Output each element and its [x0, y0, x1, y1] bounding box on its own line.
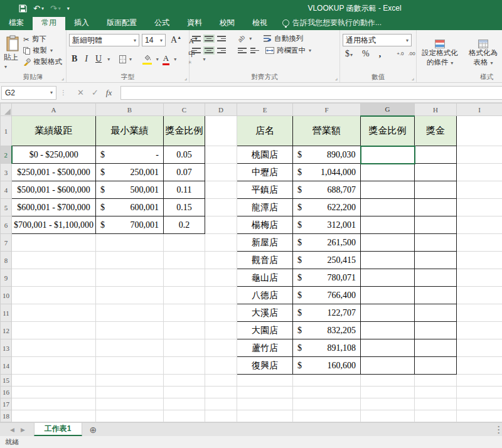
- cell-B6[interactable]: $700,001: [96, 216, 164, 234]
- conditional-formatting-button[interactable]: 設定格式化的條件 ▾: [419, 34, 461, 72]
- cell-G10[interactable]: [361, 287, 415, 304]
- cell-E4[interactable]: 平鎮店: [237, 181, 293, 199]
- cell-B3[interactable]: $250,001: [96, 164, 164, 181]
- cell-D14[interactable]: [205, 357, 237, 375]
- cell-D16[interactable]: [205, 387, 237, 398]
- cell-E5[interactable]: 龍潭店: [237, 199, 293, 216]
- cell-E11[interactable]: 大溪店: [237, 304, 293, 322]
- cancel-button[interactable]: ✕: [77, 88, 84, 97]
- cell-B15[interactable]: [96, 375, 164, 387]
- cell-B5[interactable]: $600,001: [96, 199, 164, 216]
- cell-B8[interactable]: [96, 252, 164, 269]
- cell-G13[interactable]: [361, 339, 415, 357]
- cell-E7[interactable]: 新屋店: [237, 234, 293, 252]
- cell-I2[interactable]: [457, 146, 502, 164]
- align-right-icon[interactable]: [217, 48, 226, 53]
- cell-I12[interactable]: [457, 322, 502, 339]
- cell-D13[interactable]: [205, 339, 237, 357]
- format-painter-button[interactable]: 複製格式: [23, 57, 62, 67]
- cell-G18[interactable]: [361, 410, 415, 422]
- row-header-4[interactable]: 4: [1, 181, 12, 199]
- row-header-1[interactable]: 1: [1, 116, 12, 146]
- cell-A17[interactable]: [12, 398, 96, 410]
- column-header-H[interactable]: H: [415, 104, 457, 116]
- cell-H17[interactable]: [415, 398, 457, 410]
- cell-H3[interactable]: [415, 164, 457, 181]
- column-header-A[interactable]: A: [12, 104, 96, 116]
- cell-A9[interactable]: [12, 269, 96, 287]
- cell-C13[interactable]: [164, 339, 205, 357]
- cell-F9[interactable]: $780,071: [293, 269, 361, 287]
- font-color-button[interactable]: A: [161, 53, 171, 65]
- row-header-2[interactable]: 2: [1, 146, 12, 164]
- wrap-text-button[interactable]: 自動換列: [264, 34, 303, 43]
- cell-G3[interactable]: [361, 164, 415, 181]
- column-header-F[interactable]: F: [293, 104, 361, 116]
- cell-A16[interactable]: [12, 387, 96, 398]
- ribbon-tab-5[interactable]: 資料: [178, 16, 211, 30]
- cell-B9[interactable]: [96, 269, 164, 287]
- cell-I17[interactable]: [457, 398, 502, 410]
- row-header-3[interactable]: 3: [1, 164, 12, 181]
- cell-E17[interactable]: [237, 398, 293, 410]
- grow-font-button[interactable]: A▲: [168, 35, 184, 45]
- cell-E9[interactable]: 龜山店: [237, 269, 293, 287]
- cell-A11[interactable]: [12, 304, 96, 322]
- cell-I11[interactable]: [457, 304, 502, 322]
- increase-indent-icon[interactable]: [250, 48, 259, 53]
- align-bottom-icon[interactable]: [217, 36, 226, 41]
- cell-A7[interactable]: [12, 234, 96, 252]
- cell-C16[interactable]: [164, 387, 205, 398]
- cell-B2[interactable]: $-: [96, 146, 164, 164]
- tab-bar-grip[interactable]: •••: [498, 425, 499, 434]
- column-header-B[interactable]: B: [96, 104, 164, 116]
- cell-I9[interactable]: [457, 269, 502, 287]
- column-header-C[interactable]: C: [164, 104, 205, 116]
- decrease-decimal-button[interactable]: .00: [409, 51, 415, 56]
- cell-F12[interactable]: $832,205: [293, 322, 361, 339]
- cell-B17[interactable]: [96, 398, 164, 410]
- cell-H5[interactable]: [415, 199, 457, 216]
- cell-F16[interactable]: [293, 387, 361, 398]
- cell-D9[interactable]: [205, 269, 237, 287]
- cell-F8[interactable]: $250,415: [293, 252, 361, 269]
- insert-function-button[interactable]: fx: [106, 88, 112, 98]
- cell-A14[interactable]: [12, 357, 96, 375]
- ribbon-tab-4[interactable]: 公式: [146, 16, 178, 30]
- row-header-9[interactable]: 9: [1, 269, 12, 287]
- cell-E16[interactable]: [237, 387, 293, 398]
- cut-button[interactable]: ✂剪下: [23, 35, 62, 44]
- number-format-combo[interactable]: 通用格式▾: [343, 34, 412, 46]
- cell-H11[interactable]: [415, 304, 457, 322]
- cell-I18[interactable]: [457, 410, 502, 422]
- cell-I3[interactable]: [457, 164, 502, 181]
- cell-H12[interactable]: [415, 322, 457, 339]
- cell-A4[interactable]: $500,001 - $600,000: [12, 181, 96, 199]
- cell-A18[interactable]: [12, 410, 96, 422]
- row-header-15[interactable]: 15: [1, 375, 12, 387]
- cell-G17[interactable]: [361, 398, 415, 410]
- cell-E13[interactable]: 蘆竹店: [237, 339, 293, 357]
- cell-F2[interactable]: $890,030: [293, 146, 361, 164]
- cell-H6[interactable]: [415, 216, 457, 234]
- bold-button[interactable]: B: [69, 54, 80, 64]
- column-header-D[interactable]: D: [205, 104, 237, 116]
- cell-E6[interactable]: 楊梅店: [237, 216, 293, 234]
- cell-I8[interactable]: [457, 252, 502, 269]
- cell-C8[interactable]: [164, 252, 205, 269]
- cell-B13[interactable]: [96, 339, 164, 357]
- formula-bar-grip[interactable]: ⋮: [56, 89, 71, 96]
- align-center-icon[interactable]: [205, 48, 213, 53]
- cell-G16[interactable]: [361, 387, 415, 398]
- cell-E14[interactable]: 復興店: [237, 357, 293, 375]
- ribbon-tab-file[interactable]: 檔案: [0, 16, 33, 30]
- cell-A5[interactable]: $600,001 - $700,000: [12, 199, 96, 216]
- tell-me-box[interactable]: 告訴我您想要執行的動作...: [276, 16, 388, 30]
- cell-H1[interactable]: 獎金: [415, 116, 457, 146]
- align-left-icon[interactable]: [192, 48, 201, 53]
- cell-I5[interactable]: [457, 199, 502, 216]
- cell-B18[interactable]: [96, 410, 164, 422]
- cell-I7[interactable]: [457, 234, 502, 252]
- cell-C5[interactable]: 0.15: [164, 199, 205, 216]
- prev-sheet-icon[interactable]: ◀: [10, 427, 14, 433]
